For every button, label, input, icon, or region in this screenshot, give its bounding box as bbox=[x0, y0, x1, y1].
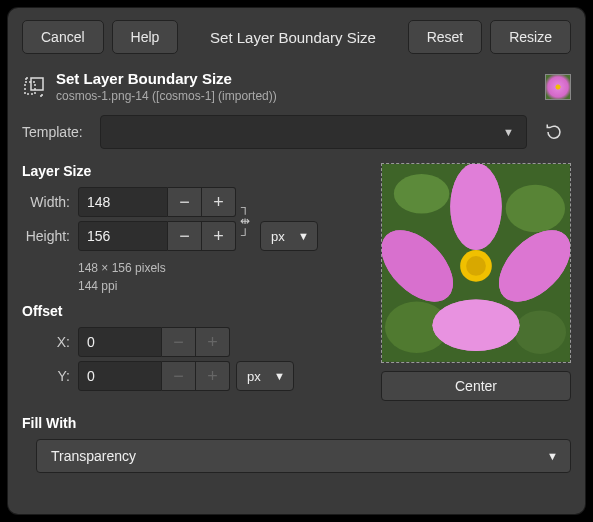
page-subtitle: cosmos-1.png-14 ([cosmos-1] (imported)) bbox=[56, 89, 535, 103]
svg-point-11 bbox=[450, 164, 501, 250]
offset-x-label: X: bbox=[22, 334, 78, 350]
offset-label: Offset bbox=[22, 303, 318, 319]
svg-point-3 bbox=[394, 174, 449, 214]
center-button[interactable]: Center bbox=[381, 371, 571, 401]
aspect-link-toggle[interactable]: ┐ ⇹ ┘ bbox=[236, 201, 254, 241]
offset-y-decrement-button[interactable]: − bbox=[162, 361, 196, 391]
svg-rect-1 bbox=[31, 78, 43, 90]
chevron-down-icon: ▼ bbox=[274, 370, 285, 382]
fill-with-value: Transparency bbox=[51, 448, 136, 464]
dimensions-text: 148 × 156 pixels bbox=[78, 259, 318, 277]
rotate-ccw-icon bbox=[545, 123, 563, 141]
svg-rect-0 bbox=[25, 82, 35, 94]
fill-with-label: Fill With bbox=[22, 415, 571, 431]
width-increment-button[interactable]: + bbox=[202, 187, 236, 217]
width-input[interactable] bbox=[78, 187, 168, 217]
chain-broken-icon: ⇹ bbox=[240, 215, 250, 227]
size-unit-value: px bbox=[271, 229, 285, 244]
height-increment-button[interactable]: + bbox=[202, 221, 236, 251]
help-button[interactable]: Help bbox=[112, 20, 179, 54]
offset-unit-value: px bbox=[247, 369, 261, 384]
height-decrement-button[interactable]: − bbox=[168, 221, 202, 251]
offset-x-input[interactable] bbox=[78, 327, 162, 357]
cancel-button[interactable]: Cancel bbox=[22, 20, 104, 54]
size-unit-combo[interactable]: px ▼ bbox=[260, 221, 318, 251]
width-decrement-button[interactable]: − bbox=[168, 187, 202, 217]
template-combo[interactable]: ▼ bbox=[100, 115, 527, 149]
resize-layer-icon bbox=[22, 75, 46, 99]
ppi-text: 144 ppi bbox=[78, 277, 318, 295]
width-label: Width: bbox=[22, 194, 78, 210]
fill-with-combo[interactable]: Transparency ▼ bbox=[36, 439, 571, 473]
height-label: Height: bbox=[22, 228, 78, 244]
dialog-title: Set Layer Boundary Size bbox=[186, 29, 399, 46]
preview-image bbox=[382, 164, 570, 362]
chevron-down-icon: ▼ bbox=[503, 126, 514, 138]
layer-size-label: Layer Size bbox=[22, 163, 318, 179]
offset-x-increment-button[interactable]: + bbox=[196, 327, 230, 357]
height-input[interactable] bbox=[78, 221, 168, 251]
layer-thumbnail-small bbox=[545, 74, 571, 100]
template-reset-button[interactable] bbox=[537, 115, 571, 149]
preview-canvas[interactable] bbox=[381, 163, 571, 363]
reset-button[interactable]: Reset bbox=[408, 20, 483, 54]
chevron-down-icon: ▼ bbox=[547, 450, 558, 462]
bracket-top-icon: ┐ bbox=[241, 201, 250, 213]
offset-y-increment-button[interactable]: + bbox=[196, 361, 230, 391]
offset-y-input[interactable] bbox=[78, 361, 162, 391]
svg-point-4 bbox=[506, 185, 565, 232]
offset-x-decrement-button[interactable]: − bbox=[162, 327, 196, 357]
svg-point-6 bbox=[515, 310, 566, 354]
page-title: Set Layer Boundary Size bbox=[56, 70, 535, 87]
bracket-bottom-icon: ┘ bbox=[241, 229, 250, 241]
svg-point-16 bbox=[466, 256, 486, 276]
resize-button[interactable]: Resize bbox=[490, 20, 571, 54]
svg-point-13 bbox=[432, 300, 519, 351]
chevron-down-icon: ▼ bbox=[298, 230, 309, 242]
offset-y-label: Y: bbox=[22, 368, 78, 384]
offset-unit-combo[interactable]: px ▼ bbox=[236, 361, 294, 391]
template-label: Template: bbox=[22, 124, 90, 140]
